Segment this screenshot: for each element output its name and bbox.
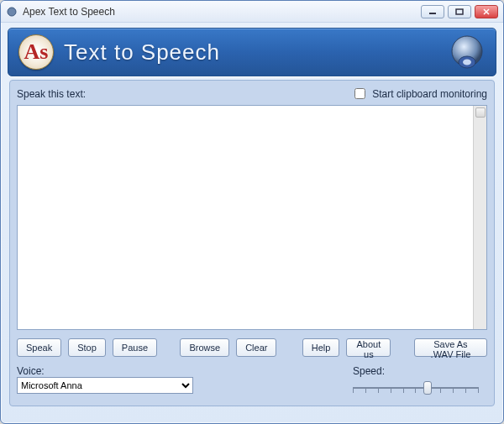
close-icon [482,8,491,15]
window-controls [421,5,498,18]
minimize-button[interactable] [421,5,444,18]
banner-title: Text to Speech [64,39,220,65]
speak-this-text-label: Speak this text: [17,88,86,100]
speed-column: Speed: [353,365,487,397]
action-button-row: Speak Stop Pause Browse Clear Help About… [17,338,487,357]
minimize-icon [428,8,437,15]
pause-button[interactable]: Pause [113,338,157,357]
maximize-button[interactable] [448,5,471,18]
close-button[interactable] [475,5,498,18]
voice-select[interactable]: Microsoft Anna [17,377,193,394]
about-us-button[interactable]: About us [346,338,391,357]
slider-ticks [353,389,479,393]
speak-button[interactable]: Speak [17,338,61,357]
svg-point-0 [8,8,16,16]
svg-point-7 [463,60,471,65]
speed-label: Speed: [353,365,487,377]
speech-text-input[interactable] [18,106,473,329]
stop-button[interactable]: Stop [68,338,106,357]
save-wav-button[interactable]: Save As .WAV File [414,338,487,357]
maximize-icon [455,8,464,15]
app-window: Apex Text to Speech As Text to Speech [0,0,504,424]
speed-slider[interactable] [353,379,479,397]
clipboard-monitor-label: Start clipboard monitoring [372,88,487,100]
clear-button[interactable]: Clear [236,338,276,357]
app-icon [6,6,18,18]
speech-text-container [17,105,487,330]
speaker-icon [447,33,487,73]
window-title: Apex Text to Speech [23,6,421,18]
voice-label: Voice: [17,365,193,377]
clipboard-monitor-input[interactable] [354,88,365,99]
browse-button[interactable]: Browse [180,338,229,357]
clipboard-monitor-checkbox[interactable]: Start clipboard monitoring [351,86,487,102]
scrollbar[interactable] [473,106,486,329]
header-banner: As Text to Speech [8,28,496,76]
help-button[interactable]: Help [302,338,340,357]
voice-column: Voice: Microsoft Anna [17,365,193,394]
slider-thumb[interactable] [423,381,432,395]
svg-rect-1 [429,13,436,14]
svg-rect-2 [456,9,463,14]
bottom-row: Voice: Microsoft Anna Speed: [17,365,487,397]
app-logo: As [18,34,54,70]
scrollbar-thumb[interactable] [475,107,486,118]
main-panel: Speak this text: Start clipboard monitor… [9,80,495,406]
top-row: Speak this text: Start clipboard monitor… [17,86,487,102]
titlebar: Apex Text to Speech [1,1,503,23]
